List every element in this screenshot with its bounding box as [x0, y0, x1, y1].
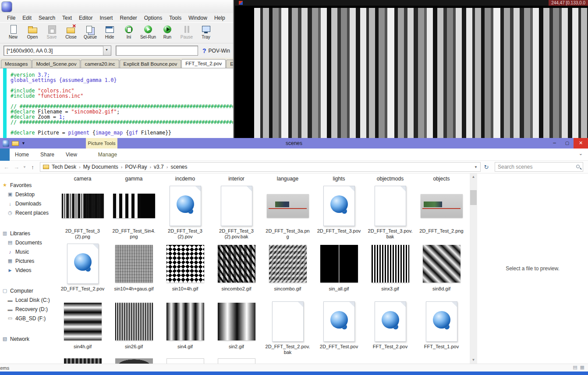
file-2d-fft-test-3-pov[interactable]: 2D_FFT_Test_3.pov: [313, 185, 365, 243]
sidebar-item-pictures[interactable]: ▦Pictures: [0, 256, 53, 265]
file-fft-test-1-pov[interactable]: FFT_Test_1.pov: [416, 301, 467, 358]
menu-file[interactable]: File: [4, 14, 19, 22]
picture-tools-group[interactable]: Picture Tools: [86, 138, 117, 149]
folder-lights[interactable]: lights: [313, 173, 365, 185]
search-input[interactable]: [495, 164, 572, 170]
file-sin-all-gif[interactable]: sin_all.gif: [313, 243, 365, 301]
taskbar[interactable]: [0, 371, 588, 375]
breadcrumb-item-scenes[interactable]: scenes: [170, 164, 187, 170]
toolbar-save-button[interactable]: Save: [42, 24, 61, 39]
sidebar-item-4gb-sd-f[interactable]: ▭4GB_SD (F:): [0, 314, 53, 323]
file-2d-fft-test-2-pov[interactable]: 2D_FFT_Test_2.pov: [57, 243, 108, 301]
file-2d-fft-test-pov[interactable]: 2D_FFT_Test.pov: [313, 301, 365, 358]
file-sin10-4h-gaus-gif[interactable]: sin10+4h+gaus.gif: [108, 243, 159, 301]
vertical-scrollbar[interactable]: [470, 173, 477, 364]
toolbar-pause-button[interactable]: Pause: [177, 24, 196, 39]
scroll-up-icon[interactable]: [470, 173, 477, 180]
file-sin4h-gif[interactable]: sin4h.gif: [57, 301, 108, 358]
sidebar-group-label-network[interactable]: ▧Network: [0, 334, 53, 343]
file-2d-fft-test-2-pov-bak[interactable]: 2D_FFT_Test_2.pov.bak: [262, 301, 313, 358]
refresh-icon[interactable]: [482, 164, 491, 170]
close-button[interactable]: [574, 138, 588, 149]
ribbon-tab-manage[interactable]: Manage: [98, 152, 117, 158]
ribbon-tab-view[interactable]: View: [66, 152, 77, 158]
toolbar-run-button[interactable]: Run: [158, 24, 177, 39]
command-line-field[interactable]: [116, 46, 198, 56]
history-dropdown-icon[interactable]: [22, 165, 27, 169]
file-sinx3-gif[interactable]: sinx3.gif: [365, 243, 416, 301]
sidebar-item-recent-places[interactable]: ◷Recent places: [0, 208, 53, 217]
editor-tab-fft-test-2-pov[interactable]: FFT_Test_2.pov: [181, 59, 226, 68]
menu-help[interactable]: Help: [211, 14, 229, 22]
sidebar-item-downloads[interactable]: ↓Downloads: [0, 199, 53, 208]
file-2d-fft-test-2-png[interactable]: 2D_FFT_Test_2.png: [416, 185, 467, 243]
file-2d-fft-test-3a-png[interactable]: 2D_FFT_Test_3a.png: [262, 185, 313, 243]
sidebar-group-label-favorites[interactable]: ★Favorites: [0, 180, 53, 190]
menu-render[interactable]: Render: [116, 14, 140, 22]
details-view-icon[interactable]: ▤: [573, 364, 577, 370]
ribbon-collapse-icon[interactable]: [579, 151, 583, 156]
menu-options[interactable]: Options: [141, 14, 166, 22]
file-2d-fft-test-3-2-pov[interactable]: 2D_FFT_Test_3 (2).pov: [159, 185, 211, 243]
toolbar-hide-button[interactable]: Hide: [100, 24, 119, 39]
sidebar-item-recovery-d[interactable]: ▬Recovery (D:): [0, 304, 53, 314]
sidebar-item-music[interactable]: ♪Music: [0, 247, 53, 256]
menu-text[interactable]: Text: [59, 14, 75, 22]
file-sin26-gif[interactable]: sin26.gif: [108, 301, 159, 358]
ribbon-tab-home[interactable]: Home: [15, 152, 29, 158]
folder-objectmods[interactable]: objectmods: [365, 173, 416, 185]
editor-tab-eval-pi[interactable]: Eval_pi: [226, 60, 233, 68]
file-2d-fft-test-3-pov-bak[interactable]: 2D_FFT_Test_3.pov.bak: [365, 185, 416, 243]
folder-icon[interactable]: [12, 141, 19, 146]
code-editor[interactable]: #version 3.7;global_settings {assumed_ga…: [0, 68, 233, 138]
sidebar-group-label-libraries[interactable]: ▥Libraries: [0, 229, 53, 238]
menu-insert[interactable]: Insert: [96, 14, 116, 22]
scrollbar-thumb[interactable]: [470, 190, 477, 205]
breadcrumb-item-pov-ray[interactable]: POV-Ray: [125, 164, 147, 170]
back-button[interactable]: [2, 164, 11, 170]
file-sin4-gif[interactable]: sin4.gif: [159, 301, 211, 358]
toolbar-open-button[interactable]: Open: [23, 24, 42, 39]
toolbar-queue-button[interactable]: Queue: [81, 24, 100, 39]
address-dropdown-icon[interactable]: [474, 165, 478, 169]
sidebar-item-desktop[interactable]: ▣Desktop: [0, 190, 53, 199]
menu-tools[interactable]: Tools: [166, 14, 185, 22]
toolbar-close-button[interactable]: Close: [61, 24, 81, 39]
file-sin10-4h-gif[interactable]: sin10+4h.gif: [159, 243, 211, 301]
quick-access-dropdown-icon[interactable]: ▼: [21, 141, 25, 145]
menu-edit[interactable]: Edit: [19, 14, 35, 22]
editor-tab-messages[interactable]: Messages: [1, 60, 32, 68]
file-2d-fft-test-3-2-pov-bak[interactable]: 2D_FFT_Test_3 (2).pov.bak: [211, 185, 262, 243]
toolbar-selrun-button[interactable]: Sel-Run: [138, 24, 158, 39]
scroll-down-icon[interactable]: [470, 357, 477, 364]
folder-incdemo[interactable]: incdemo: [159, 173, 211, 185]
menu-search[interactable]: Search: [35, 14, 59, 22]
up-button[interactable]: [28, 164, 37, 170]
toolbar-new-button[interactable]: New: [4, 24, 23, 39]
sidebar-item-documents[interactable]: ▤Documents: [0, 238, 53, 247]
folder-language[interactable]: language: [262, 173, 313, 185]
breadcrumb-item-my-documents[interactable]: My Documents: [83, 164, 118, 170]
sidebar-item-videos[interactable]: ▶Videos: [0, 265, 53, 275]
file-2d-fft-test-3-2-png[interactable]: 2D_FFT_Test_3 (2).png: [57, 185, 108, 243]
ribbon-tab-share[interactable]: Share: [40, 152, 54, 158]
folder-gamma[interactable]: gamma: [108, 173, 159, 185]
editor-tab-explicit-ball-bounce-pov[interactable]: Explicit Ball Bounce.pov: [120, 60, 181, 68]
folder-camera[interactable]: camera: [57, 173, 108, 185]
breadcrumb[interactable]: Tech Desk›My Documents›POV-Ray›v3.7›scen…: [40, 162, 481, 172]
sidebar-group-label-computer[interactable]: ▢Computer: [0, 286, 53, 295]
explorer-titlebar[interactable]: ▼ Picture Tools scenes: [0, 138, 588, 149]
minimize-button[interactable]: [548, 138, 561, 149]
search-icon[interactable]: [576, 165, 580, 168]
editor-tab-camera20-inc[interactable]: camera20.inc: [81, 60, 119, 68]
menu-window[interactable]: Window: [185, 14, 211, 22]
toolbar-ini-button[interactable]: Ini: [119, 24, 138, 39]
maximize-button[interactable]: [561, 138, 574, 149]
file-fft-test-2-pov[interactable]: FFT_Test_2.pov: [365, 301, 416, 358]
file-sin2-gif[interactable]: sin2.gif: [211, 301, 262, 358]
forward-button[interactable]: [12, 164, 21, 170]
povray-titlebar[interactable]: [0, 0, 233, 13]
file-sin8d-gif[interactable]: sin8d.gif: [416, 243, 467, 301]
breadcrumb-item-v3-7[interactable]: v3.7: [154, 164, 164, 170]
file-2d-fft-test-sin4-png[interactable]: 2D_FFT_Test_Sin4.png: [108, 185, 159, 243]
